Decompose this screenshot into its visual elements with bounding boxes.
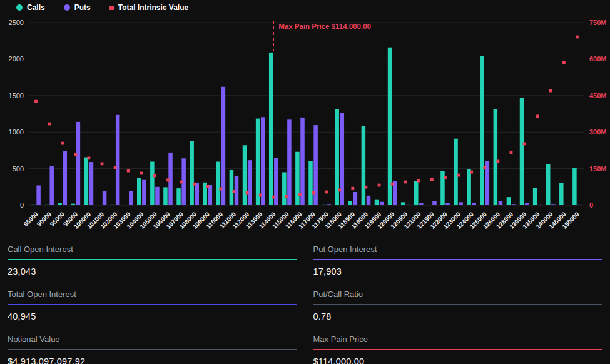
call-bar[interactable] (507, 197, 511, 205)
intrinsic-dot[interactable] (246, 191, 249, 195)
call-bar[interactable] (533, 188, 537, 205)
put-bar[interactable] (300, 118, 305, 205)
put-bar[interactable] (142, 180, 146, 205)
intrinsic-dot[interactable] (417, 179, 420, 183)
intrinsic-dot[interactable] (180, 181, 183, 184)
intrinsic-dot[interactable] (166, 178, 170, 181)
intrinsic-dot[interactable] (114, 166, 117, 169)
call-bar[interactable] (190, 141, 194, 205)
put-bar[interactable] (577, 205, 582, 205)
call-bar[interactable] (440, 171, 445, 205)
call-bar[interactable] (31, 205, 36, 205)
call-bar[interactable] (150, 162, 155, 205)
put-bar[interactable] (564, 205, 569, 205)
put-bar[interactable] (445, 203, 450, 205)
put-bar[interactable] (63, 151, 68, 205)
call-bar[interactable] (230, 170, 234, 205)
intrinsic-dot[interactable] (101, 162, 104, 165)
put-bar[interactable] (129, 191, 133, 205)
intrinsic-dot[interactable] (325, 191, 328, 194)
call-bar[interactable] (427, 205, 432, 205)
intrinsic-dot[interactable] (206, 185, 209, 188)
call-bar[interactable] (375, 200, 379, 205)
call-bar[interactable] (243, 145, 247, 205)
intrinsic-dot[interactable] (61, 142, 64, 145)
intrinsic-dot[interactable] (312, 191, 315, 195)
intrinsic-dot[interactable] (298, 193, 302, 196)
call-bar[interactable] (348, 201, 353, 205)
call-bar[interactable] (308, 161, 313, 205)
call-bar[interactable] (216, 162, 221, 205)
intrinsic-dot[interactable] (378, 184, 381, 187)
call-bar[interactable] (362, 126, 366, 205)
intrinsic-dot[interactable] (272, 196, 275, 199)
put-bar[interactable] (287, 119, 292, 205)
call-bar[interactable] (44, 205, 49, 205)
intrinsic-dot[interactable] (549, 89, 552, 93)
call-bar[interactable] (546, 164, 551, 205)
put-bar[interactable] (538, 205, 542, 205)
call-bar[interactable] (480, 56, 484, 205)
put-bar[interactable] (353, 192, 358, 205)
put-bar[interactable] (432, 201, 437, 205)
call-bar[interactable] (520, 98, 524, 205)
put-bar[interactable] (89, 162, 94, 205)
intrinsic-dot[interactable] (444, 176, 447, 179)
legend-item-calls[interactable]: Calls (16, 3, 45, 12)
call-bar[interactable] (322, 205, 326, 205)
call-bar[interactable] (58, 203, 62, 205)
intrinsic-dot[interactable] (483, 166, 486, 169)
put-bar[interactable] (419, 203, 424, 205)
call-bar[interactable] (572, 168, 577, 205)
max-pain-chart[interactable]: 050010001500200025000150M300M450M600M750… (0, 0, 610, 239)
put-bar[interactable] (116, 115, 120, 205)
call-bar[interactable] (124, 205, 128, 205)
call-bar[interactable] (269, 53, 273, 205)
call-bar[interactable] (176, 188, 181, 205)
call-bar[interactable] (282, 172, 287, 205)
intrinsic-dot[interactable] (233, 190, 236, 193)
put-bar[interactable] (367, 196, 371, 205)
put-bar[interactable] (406, 205, 410, 205)
call-bar[interactable] (295, 152, 300, 205)
put-bar[interactable] (76, 122, 81, 205)
intrinsic-dot[interactable] (48, 123, 51, 126)
intrinsic-dot[interactable] (219, 188, 222, 191)
intrinsic-dot[interactable] (576, 36, 579, 39)
intrinsic-dot[interactable] (496, 160, 499, 163)
call-bar[interactable] (388, 48, 392, 205)
put-bar[interactable] (155, 187, 160, 205)
put-bar[interactable] (472, 203, 476, 205)
call-bar[interactable] (111, 205, 115, 205)
intrinsic-dot[interactable] (153, 174, 156, 177)
call-bar[interactable] (401, 202, 405, 205)
intrinsic-dot[interactable] (470, 171, 473, 174)
put-bar[interactable] (459, 202, 463, 205)
put-bar[interactable] (261, 117, 265, 205)
intrinsic-dot[interactable] (365, 186, 368, 189)
legend-item-puts[interactable]: Puts (64, 3, 91, 12)
call-bar[interactable] (98, 205, 102, 205)
intrinsic-dot[interactable] (88, 156, 91, 159)
put-bar[interactable] (512, 204, 516, 205)
call-bar[interactable] (494, 109, 498, 205)
intrinsic-dot[interactable] (34, 100, 38, 103)
intrinsic-dot[interactable] (127, 169, 130, 173)
intrinsic-dot[interactable] (338, 188, 341, 191)
call-bar[interactable] (454, 139, 458, 205)
call-bar[interactable] (414, 181, 419, 205)
intrinsic-dot[interactable] (536, 114, 539, 118)
call-bar[interactable] (84, 157, 89, 205)
put-bar[interactable] (248, 160, 252, 205)
legend-item-total-intrinsic-value[interactable]: Total Intrinsic Value (109, 3, 188, 12)
intrinsic-dot[interactable] (510, 151, 513, 154)
put-bar[interactable] (195, 183, 199, 205)
intrinsic-dot[interactable] (74, 153, 77, 156)
put-bar[interactable] (36, 185, 41, 205)
put-bar[interactable] (327, 204, 331, 205)
call-bar[interactable] (163, 187, 168, 205)
intrinsic-dot[interactable] (391, 183, 394, 186)
put-bar[interactable] (499, 201, 503, 205)
intrinsic-dot[interactable] (140, 172, 143, 175)
put-bar[interactable] (551, 204, 556, 205)
